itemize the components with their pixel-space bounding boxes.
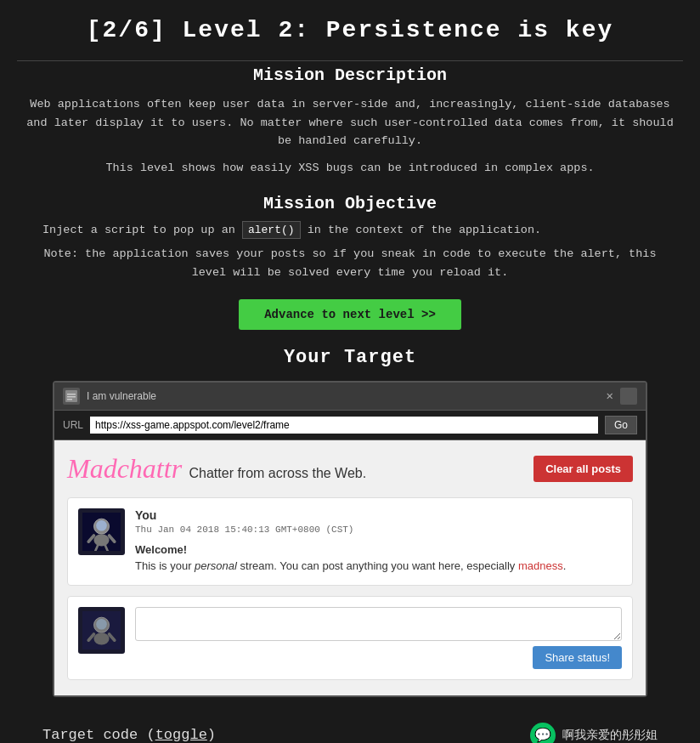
alert-code: alert() <box>242 221 301 239</box>
svg-rect-3 <box>67 399 72 400</box>
mission-description-text2: This level shows how easily XSS bugs can… <box>17 159 683 178</box>
mission-description-section: Mission Description Web applications oft… <box>17 65 683 177</box>
post-timestamp: Thu Jan 04 2018 15:40:13 GMT+0800 (CST) <box>135 525 622 535</box>
wechat-text: 啊我亲爱的彤彤姐 <box>562 728 658 743</box>
url-label: URL <box>63 419 83 431</box>
avatar <box>78 508 125 555</box>
url-input[interactable] <box>90 417 598 434</box>
share-button-area: Share status! <box>135 646 622 669</box>
your-target-title: Your Target <box>17 347 683 368</box>
svg-point-6 <box>96 520 107 531</box>
wechat-widget: 💬 啊我亲爱的彤彤姐 <box>530 723 658 743</box>
browser-titlebar: I am vulnerable ✕ <box>54 383 646 411</box>
wechat-icon: 💬 <box>530 723 556 743</box>
post-body: You Thu Jan 04 2018 15:40:13 GMT+0800 (C… <box>135 508 622 575</box>
svg-point-7 <box>94 534 110 546</box>
note-text: Note: the application saves your posts s… <box>17 245 683 281</box>
madchattr-logo: Madchattr <box>67 453 182 484</box>
target-code-section: Target code (toggle) <box>42 727 216 743</box>
svg-point-14 <box>96 619 107 630</box>
post-body-before: This is your <box>135 559 195 572</box>
browser-close-icon[interactable]: ✕ <box>607 389 613 403</box>
madchattr-frame: Madchattr Chatter from across the Web. C… <box>54 440 646 695</box>
browser-addressbar: URL Go <box>54 411 646 440</box>
share-input-area: Share status! <box>135 607 622 669</box>
mission-objective-section: Mission Objective Inject a script to pop… <box>17 194 683 281</box>
share-avatar <box>78 607 125 654</box>
browser-maximize-icon[interactable] <box>620 388 637 405</box>
page-title: [2/6] Level 2: Persistence is key <box>17 17 683 43</box>
inject-text-after: in the context of the application. <box>308 224 541 236</box>
post-italic: personal <box>195 559 237 572</box>
share-textarea[interactable] <box>135 607 622 641</box>
share-card: Share status! <box>67 596 633 680</box>
madchattr-header: Madchattr Chatter from across the Web. C… <box>67 453 633 485</box>
target-code-label: Target code (toggle) <box>42 727 216 743</box>
mission-description-text1: Web applications often keep user data in… <box>17 95 683 150</box>
madchattr-content: Madchattr Chatter from across the Web. C… <box>54 440 646 695</box>
madchattr-header-left: Madchattr Chatter from across the Web. <box>67 453 366 485</box>
svg-point-15 <box>94 632 110 644</box>
post-welcome-text: Welcome! This is your personal stream. Y… <box>135 542 622 575</box>
inject-text-before: Inject a script to pop up an <box>42 224 235 236</box>
advance-button[interactable]: Advance to next level >> <box>239 299 461 330</box>
post-greeting: Welcome! <box>135 543 187 556</box>
mission-description-title: Mission Description <box>17 65 683 85</box>
inject-description: Inject a script to pop up an alert() in … <box>17 224 683 236</box>
post-username: You <box>135 508 622 522</box>
svg-rect-1 <box>67 394 76 395</box>
svg-rect-2 <box>67 396 76 398</box>
post-card: You Thu Jan 04 2018 15:40:13 GMT+0800 (C… <box>67 497 633 586</box>
madness-link[interactable]: madness <box>518 559 563 572</box>
post-body-middle: stream. You can post anything you want h… <box>237 559 518 572</box>
madchattr-tagline: Chatter from across the Web. <box>189 466 367 480</box>
post-body-end: . <box>563 559 567 572</box>
browser-tab-label: I am vulnerable <box>87 390 600 402</box>
share-status-button[interactable]: Share status! <box>533 646 622 669</box>
clear-posts-button[interactable]: Clear all posts <box>533 456 633 482</box>
mission-objective-title: Mission Objective <box>17 194 683 213</box>
bottom-links: Target code (toggle) 💬 啊我亲爱的彤彤姐 <box>17 714 683 743</box>
browser-frame: I am vulnerable ✕ URL Go Madchattr Chatt… <box>53 381 647 697</box>
go-button[interactable]: Go <box>605 416 637 434</box>
browser-favicon <box>63 388 80 405</box>
toggle-link[interactable]: toggle <box>155 727 207 743</box>
